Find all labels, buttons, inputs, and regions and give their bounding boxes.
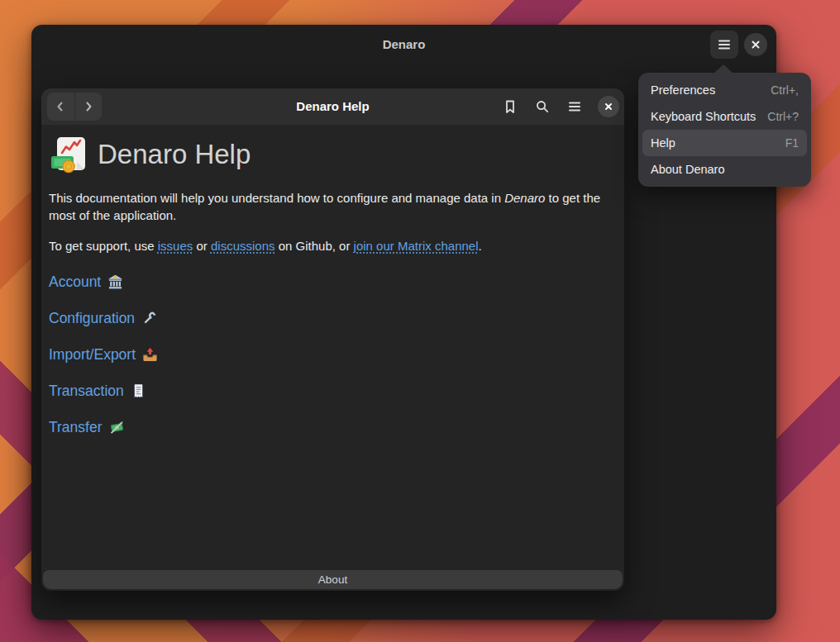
issues-link[interactable]: issues <box>158 239 193 253</box>
topic-link-account[interactable]: Account <box>49 273 123 291</box>
receipt-icon <box>131 383 146 399</box>
outbox-tray-icon <box>142 347 158 363</box>
denaro-app-icon <box>49 135 88 174</box>
popover-arrow <box>714 64 733 73</box>
topic-link-import-export[interactable]: Import/Export <box>49 346 158 364</box>
topic-label: Account <box>49 273 101 291</box>
help-menu-button[interactable] <box>560 92 589 121</box>
main-window-controls <box>710 25 767 64</box>
hamburger-icon <box>566 98 583 115</box>
search-icon <box>534 98 551 115</box>
menu-item-label: Preferences <box>651 83 715 97</box>
matrix-channel-link[interactable]: join our Matrix channel <box>354 239 479 253</box>
support-text: on Github, or <box>275 239 354 253</box>
menu-item-about-denaro[interactable]: About Denaro <box>642 156 807 183</box>
menu-item-accel: Ctrl+? <box>767 110 799 123</box>
bookmark-button[interactable] <box>495 92 525 121</box>
topic-label: Import/Export <box>49 346 136 364</box>
help-header[interactable]: Denaro Help <box>41 88 624 125</box>
menu-item-label: About Denaro <box>651 163 724 176</box>
wrench-icon <box>141 311 157 326</box>
topic-link-configuration[interactable]: Configuration <box>49 310 157 327</box>
page-title: Denaro Help <box>98 139 251 170</box>
help-window: Denaro Help <box>41 88 624 591</box>
menu-item-accel: F1 <box>785 136 799 150</box>
support-paragraph: To get support, use issues or discussion… <box>49 237 616 254</box>
discussions-link[interactable]: discussions <box>211 239 275 253</box>
primary-menu-popover: Preferences Ctrl+, Keyboard Shortcuts Ct… <box>638 73 811 187</box>
bank-icon <box>107 274 123 290</box>
money-with-wings-icon <box>109 420 125 435</box>
menu-item-help[interactable]: Help F1 <box>642 130 807 156</box>
app-name-emphasis: Denaro <box>504 191 545 205</box>
desktop: Denaro <box>0 0 840 642</box>
help-close-button[interactable] <box>598 96 619 117</box>
main-menu-button[interactable] <box>710 31 738 59</box>
support-text: To get support, use <box>49 239 158 253</box>
topic-label: Configuration <box>49 310 135 327</box>
topic-link-transaction[interactable]: Transaction <box>49 383 146 400</box>
support-text: or <box>193 239 211 253</box>
topic-label: Transaction <box>49 383 124 400</box>
menu-item-label: Help <box>651 136 675 150</box>
intro-text: This documentation will help you underst… <box>49 191 504 205</box>
main-close-button[interactable] <box>744 33 767 56</box>
close-icon <box>604 102 613 112</box>
intro-paragraph: This documentation will help you underst… <box>49 189 616 224</box>
search-button[interactable] <box>527 92 557 121</box>
topic-label: Transfer <box>49 419 103 436</box>
hamburger-icon <box>716 36 733 53</box>
menu-item-keyboard-shortcuts[interactable]: Keyboard Shortcuts Ctrl+? <box>642 103 807 130</box>
menu-item-preferences[interactable]: Preferences Ctrl+, <box>642 77 807 103</box>
main-window-title: Denaro <box>31 25 776 64</box>
menu-item-accel: Ctrl+, <box>771 83 799 97</box>
about-footer-button[interactable]: About <box>43 570 623 589</box>
help-header-actions <box>495 92 619 121</box>
page-heading-row: Denaro Help <box>49 135 251 174</box>
topic-link-transfer[interactable]: Transfer <box>49 419 125 436</box>
support-text: . <box>479 239 482 253</box>
bookmark-icon <box>502 98 518 115</box>
main-titlebar[interactable]: Denaro <box>31 25 776 64</box>
menu-item-label: Keyboard Shortcuts <box>651 110 756 123</box>
close-icon <box>750 39 761 50</box>
